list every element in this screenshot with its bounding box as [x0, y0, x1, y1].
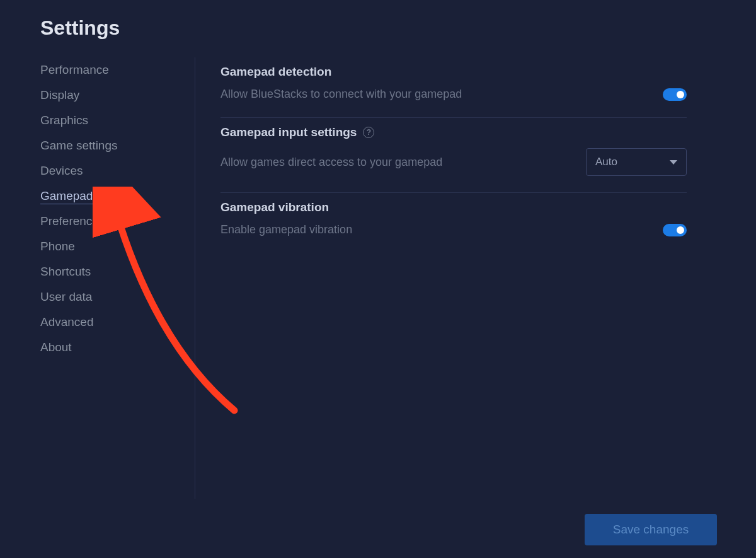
sidebar-item-performance[interactable]: Performance — [40, 57, 195, 83]
sidebar-item-advanced[interactable]: Advanced — [40, 310, 195, 335]
sidebar-item-game-settings[interactable]: Game settings — [40, 133, 195, 158]
gamepad-vibration-toggle[interactable] — [663, 224, 687, 236]
section-desc: Allow BlueStacks to connect with your ga… — [220, 88, 462, 101]
gamepad-detection-toggle[interactable] — [663, 88, 687, 101]
sidebar-item-shortcuts[interactable]: Shortcuts — [40, 259, 195, 284]
section-gamepad-input-settings: Gamepad input settings ? Allow games dir… — [220, 118, 687, 193]
section-desc: Allow games direct access to your gamepa… — [220, 156, 442, 169]
section-title: Gamepad vibration — [220, 201, 687, 214]
save-changes-button[interactable]: Save changes — [585, 514, 717, 545]
sidebar-item-gamepad[interactable]: Gamepad — [40, 183, 195, 209]
sidebar-item-preferences[interactable]: Preferences — [40, 209, 195, 234]
sidebar-item-phone[interactable]: Phone — [40, 234, 195, 259]
section-desc: Enable gamepad vibration — [220, 223, 352, 236]
section-title: Gamepad input settings ? — [220, 125, 687, 139]
chevron-down-icon — [670, 160, 677, 165]
sidebar-item-graphics[interactable]: Graphics — [40, 108, 195, 133]
sidebar-item-devices[interactable]: Devices — [40, 158, 195, 183]
sidebar-item-user-data[interactable]: User data — [40, 284, 195, 310]
sidebar-item-display[interactable]: Display — [40, 83, 195, 108]
settings-panel: Gamepad detection Allow BlueStacks to co… — [195, 57, 756, 499]
gamepad-input-select[interactable]: Auto — [586, 148, 687, 176]
section-title: Gamepad detection — [220, 65, 687, 79]
section-gamepad-vibration: Gamepad vibration Enable gamepad vibrati… — [220, 193, 687, 253]
section-gamepad-detection: Gamepad detection Allow BlueStacks to co… — [220, 57, 687, 118]
help-icon[interactable]: ? — [363, 127, 374, 138]
sidebar-item-about[interactable]: About — [40, 335, 195, 360]
page-title: Settings — [0, 0, 756, 40]
settings-sidebar: Performance Display Graphics Game settin… — [0, 57, 195, 499]
select-value: Auto — [595, 156, 617, 168]
